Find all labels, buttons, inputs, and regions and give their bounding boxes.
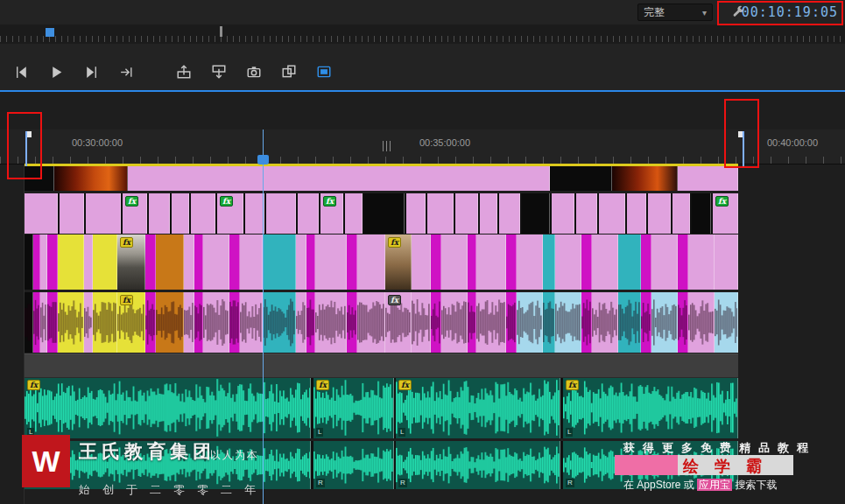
clip-V1[interactable] xyxy=(229,234,240,290)
clip-A1[interactable]: fx xyxy=(385,292,412,353)
lift-button[interactable] xyxy=(172,60,196,83)
clip-V2[interactable] xyxy=(60,193,84,234)
clip-V2[interactable] xyxy=(599,193,625,234)
scrubber-handle[interactable] xyxy=(220,26,222,37)
clip-V2[interactable] xyxy=(191,193,215,234)
clip-V2[interactable]: fx xyxy=(320,193,343,234)
clip-V1[interactable] xyxy=(156,234,184,290)
clip-A3[interactable]: R xyxy=(313,441,394,489)
step-forward-button[interactable] xyxy=(79,60,103,83)
preview-quality-dropdown[interactable]: 完整 ▾ xyxy=(637,4,713,21)
clip-V2[interactable] xyxy=(427,193,454,234)
clip-A1[interactable] xyxy=(263,292,296,353)
clip-V1[interactable] xyxy=(184,234,194,290)
clip-V2[interactable] xyxy=(499,193,520,234)
clip-V2[interactable] xyxy=(648,193,671,234)
clip-V1[interactable] xyxy=(296,234,306,290)
clip-V1[interactable] xyxy=(145,234,156,290)
clip-A1[interactable] xyxy=(543,292,555,353)
clip-V2[interactable] xyxy=(25,193,58,234)
multi-view-button[interactable] xyxy=(312,60,336,83)
clip-A1[interactable] xyxy=(618,292,641,353)
extract-button[interactable] xyxy=(207,60,231,83)
clip-V1[interactable]: fx xyxy=(117,234,145,290)
clip-V1[interactable] xyxy=(58,234,84,290)
clip-A1[interactable] xyxy=(315,292,347,353)
clip-A1[interactable] xyxy=(84,292,93,353)
clip-A1[interactable] xyxy=(441,292,468,353)
clip-A1[interactable] xyxy=(240,292,263,353)
clip-V2[interactable] xyxy=(672,193,690,234)
clip-V1[interactable] xyxy=(306,234,315,290)
clip-V3[interactable] xyxy=(550,166,612,191)
clip-V1[interactable] xyxy=(618,234,641,290)
clip-V1[interactable] xyxy=(203,234,229,290)
clip-V1[interactable] xyxy=(47,234,58,290)
clip-A1[interactable] xyxy=(347,292,357,353)
clip-V2[interactable]: fx xyxy=(713,193,738,234)
clip-A2[interactable]: fxL xyxy=(25,377,311,438)
clip-V1[interactable] xyxy=(688,234,715,290)
clip-A1[interactable] xyxy=(203,292,229,353)
clip-V3[interactable] xyxy=(612,166,678,191)
clip-V1[interactable] xyxy=(651,234,678,290)
clip-V2[interactable] xyxy=(552,193,574,234)
clip-V2[interactable] xyxy=(576,193,597,234)
clip-V1[interactable]: fx xyxy=(385,234,412,290)
clip-V2[interactable] xyxy=(692,193,711,234)
clip-V1[interactable] xyxy=(555,234,581,290)
clip-V2[interactable]: fx xyxy=(123,193,147,234)
play-button[interactable] xyxy=(44,60,68,83)
clip-V1[interactable] xyxy=(581,234,592,290)
export-frame-button[interactable] xyxy=(242,60,266,83)
clip-V3[interactable] xyxy=(128,166,550,191)
clip-A1[interactable] xyxy=(412,292,431,353)
clip-A1[interactable] xyxy=(145,292,156,353)
clip-A1[interactable] xyxy=(476,292,506,353)
clip-V3[interactable] xyxy=(54,166,128,191)
clip-A1[interactable] xyxy=(33,292,40,353)
clip-V1[interactable] xyxy=(431,234,441,290)
clip-A1[interactable] xyxy=(229,292,240,353)
clip-A1[interactable] xyxy=(40,292,47,353)
clip-A1[interactable] xyxy=(506,292,517,353)
clip-V1[interactable] xyxy=(412,234,431,290)
clip-V2[interactable] xyxy=(149,193,170,234)
clip-V2[interactable] xyxy=(345,193,363,234)
clip-A1[interactable] xyxy=(93,292,117,353)
clip-V2[interactable] xyxy=(245,193,264,234)
clip-A1[interactable] xyxy=(431,292,441,353)
clip-A1[interactable] xyxy=(678,292,688,353)
clip-V1[interactable] xyxy=(441,234,468,290)
clip-A1[interactable] xyxy=(47,292,58,353)
ruler-grip[interactable] xyxy=(383,141,392,151)
clip-V1[interactable] xyxy=(506,234,517,290)
clip-V1[interactable] xyxy=(84,234,93,290)
clip-V2[interactable]: fx xyxy=(217,193,243,234)
clip-V1[interactable] xyxy=(25,234,33,290)
clip-A3[interactable]: R xyxy=(396,441,560,489)
clip-V2[interactable] xyxy=(480,193,497,234)
clip-A1[interactable] xyxy=(156,292,184,353)
clip-A1[interactable] xyxy=(651,292,678,353)
clip-V1[interactable] xyxy=(592,234,618,290)
comparison-view-button[interactable] xyxy=(277,60,301,83)
clip-V1[interactable] xyxy=(357,234,385,290)
clip-A1[interactable] xyxy=(357,292,385,353)
monitor-scrubber-bar[interactable] xyxy=(0,24,845,45)
clip-V1[interactable] xyxy=(641,234,651,290)
clip-V1[interactable] xyxy=(543,234,555,290)
clip-A1[interactable] xyxy=(194,292,203,353)
clip-V1[interactable] xyxy=(93,234,117,290)
clip-A1[interactable] xyxy=(555,292,581,353)
clip-A1[interactable] xyxy=(25,292,33,353)
clip-A1[interactable] xyxy=(517,292,543,353)
clip-V2[interactable] xyxy=(86,193,121,234)
clip-A1[interactable] xyxy=(468,292,476,353)
clip-A1[interactable] xyxy=(184,292,194,353)
go-to-next-edit-button[interactable] xyxy=(114,60,138,83)
clip-V1[interactable] xyxy=(33,234,40,290)
clip-V2[interactable] xyxy=(266,193,296,234)
clip-V2[interactable] xyxy=(364,193,405,234)
clip-V1[interactable] xyxy=(476,234,506,290)
